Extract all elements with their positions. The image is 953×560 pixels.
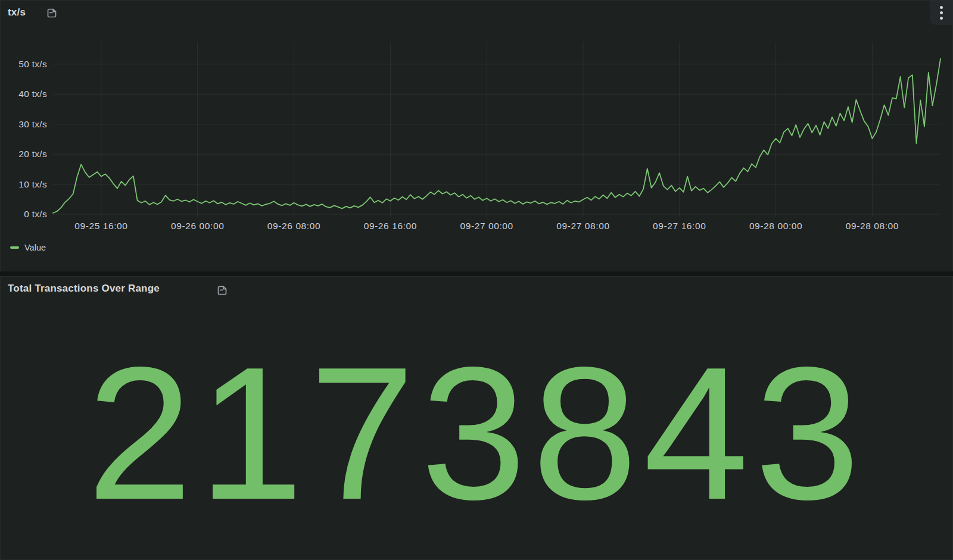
legend-item-value[interactable]: Value — [10, 243, 46, 252]
x-axis-tick-label: 09-28 00:00 — [728, 221, 824, 231]
kebab-dot — [940, 17, 943, 20]
x-axis-tick-label: 09-25 16:00 — [54, 221, 149, 231]
stat-panel-title: Total Transactions Over Range — [8, 283, 160, 295]
x-axis-tick-label: 09-27 00:00 — [439, 221, 534, 231]
timeseries-panel-title: tx/s — [8, 7, 26, 18]
stat-panel: Total Transactions Over Range 2173843 — [0, 276, 953, 560]
chart-legend: Value — [10, 243, 46, 252]
document-icon[interactable] — [46, 7, 58, 19]
legend-label: Value — [24, 243, 46, 252]
x-axis-tick-label: 09-27 16:00 — [632, 221, 727, 231]
x-axis-tick-label: 09-27 08:00 — [535, 221, 631, 231]
y-axis-tick-label: 20 tx/s — [1, 149, 47, 159]
x-axis-tick-label: 09-28 08:00 — [824, 221, 920, 231]
timeseries-panel: 0 tx/s10 tx/s20 tx/s30 tx/s40 tx/s50 tx/… — [0, 0, 953, 271]
y-axis-tick-label: 40 tx/s — [1, 89, 47, 99]
x-axis-tick-label: 09-26 08:00 — [247, 221, 342, 231]
y-axis-tick-label: 30 tx/s — [1, 119, 47, 130]
y-axis-tick-label: 10 tx/s — [1, 179, 47, 190]
kebab-dot — [940, 6, 943, 9]
x-axis-tick-label: 09-26 16:00 — [342, 221, 438, 231]
stat-value: 2173843 — [1, 312, 952, 553]
document-icon[interactable] — [216, 284, 228, 296]
kebab-menu-icon[interactable] — [930, 1, 952, 25]
timeseries-panel-header: tx/s — [1, 1, 952, 27]
y-axis-tick-label: 0 tx/s — [1, 209, 47, 220]
x-axis-tick-label: 09-26 00:00 — [150, 221, 245, 231]
y-axis-tick-label: 50 tx/s — [1, 59, 47, 70]
legend-color-dash-icon — [10, 246, 19, 249]
kebab-dot — [940, 11, 943, 14]
stat-panel-header: Total Transactions Over Range — [1, 277, 952, 303]
value-series-line — [53, 59, 940, 213]
